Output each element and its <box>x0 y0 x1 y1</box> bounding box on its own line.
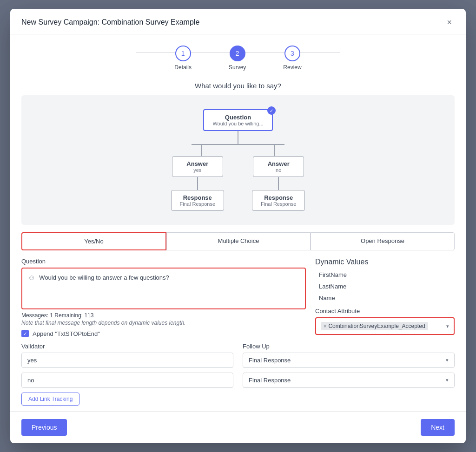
response-no-sub: Final Response <box>261 201 296 207</box>
append-checkbox[interactable]: ✓ <box>21 330 29 337</box>
tab-row: Yes/No Multiple Choice Open Response <box>21 232 455 250</box>
question-node: ✓ Question Would you be willing... <box>203 109 272 131</box>
connector-v-yes <box>197 177 198 190</box>
validator-section: Validator <box>21 343 233 388</box>
step-1-circle: 1 <box>175 46 191 61</box>
step-3-label: Review <box>283 64 301 71</box>
validator-label: Validator <box>21 343 233 350</box>
attr-value: CombinationSurveyExample_Accepted <box>328 323 425 329</box>
step-2-label: Survey <box>229 64 246 71</box>
response-no-title: Response <box>261 194 296 201</box>
close-button[interactable]: × <box>444 17 455 27</box>
check-badge: ✓ <box>267 106 276 115</box>
append-row: ✓ Append "TxtSTOPtoEnd" <box>21 330 306 337</box>
response-no-node: Response Final Response <box>252 190 305 211</box>
messages-note: Note that final message length depends o… <box>21 320 306 326</box>
step-details: 1 Details <box>174 46 192 71</box>
contact-attr-select[interactable]: × CombinationSurveyExample_Accepted ▾ <box>315 317 455 335</box>
connector-v-top <box>238 131 238 144</box>
modal-header: New Survey Campaign: Combination Survey … <box>10 9 466 34</box>
question-node-title: Question <box>212 114 263 121</box>
answer-yes-sub: yes <box>181 167 214 173</box>
chevron-down-fu2-icon: ▾ <box>446 377 449 383</box>
validator-field-yes[interactable] <box>21 353 233 368</box>
attr-remove-icon[interactable]: × <box>324 323 326 329</box>
steps-bar: 1 Details 2 Survey 3 Review <box>10 34 466 78</box>
contact-attr-label: Contact Attribute <box>315 308 455 314</box>
answer-yes-node: Answer yes <box>172 156 223 177</box>
attr-tag: × CombinationSurveyExample_Accepted <box>321 322 428 330</box>
dv-firstname[interactable]: FirstName <box>315 269 455 281</box>
question-section: Question ☺ Would you be willing to answe… <box>21 258 306 337</box>
dv-lastname[interactable]: LastName <box>315 281 455 292</box>
answer-yes-title: Answer <box>181 160 214 167</box>
follow-up-value-1: Final Response <box>249 357 291 364</box>
tab-open-response[interactable]: Open Response <box>311 232 455 250</box>
answer-no-sub: no <box>262 167 295 173</box>
validator-field-no[interactable] <box>21 373 233 388</box>
question-node-sub: Would you be willing... <box>212 121 263 126</box>
response-yes-node: Response Final Response <box>171 190 224 211</box>
two-col-layout: Question ☺ Would you be willing to answe… <box>21 258 455 337</box>
tab-yes-no[interactable]: Yes/No <box>21 232 166 250</box>
modal-overlay: New Survey Campaign: Combination Survey … <box>0 0 476 452</box>
previous-button[interactable]: Previous <box>21 419 67 436</box>
next-button[interactable]: Next <box>421 419 455 436</box>
connector-v-no <box>278 177 279 190</box>
answer-no-node: Answer no <box>253 156 304 177</box>
flowchart-area: ✓ Question Would you be willing... An <box>21 95 455 225</box>
modal: New Survey Campaign: Combination Survey … <box>10 9 466 443</box>
step-survey: 2 Survey <box>229 46 246 71</box>
modal-title: New Survey Campaign: Combination Survey … <box>21 18 199 26</box>
append-label: Append "TxtSTOPtoEnd" <box>33 330 100 337</box>
content-section: Question ☺ Would you be willing to answe… <box>10 250 466 411</box>
follow-up-label: Follow Up <box>243 343 455 350</box>
answer-no-title: Answer <box>262 160 295 167</box>
question-label: Question <box>21 258 306 265</box>
question-text: Would you be willing to answer a few que… <box>39 273 169 282</box>
step-review: 3 Review <box>283 46 301 71</box>
bottom-grid: Validator Follow Up Final Response ▾ <box>21 343 455 388</box>
response-yes-title: Response <box>180 194 215 201</box>
follow-up-section: Follow Up Final Response ▾ Final Respons… <box>243 343 455 388</box>
dynamic-values-title: Dynamic Values <box>315 258 455 266</box>
follow-up-value-2: Final Response <box>249 377 291 384</box>
response-yes-sub: Final Response <box>180 201 215 207</box>
section-title: What would you like to say? <box>10 78 466 95</box>
chevron-down-fu1-icon: ▾ <box>446 357 449 363</box>
step-2-circle: 2 <box>230 46 245 61</box>
messages-info: Messages: 1 Remaining: 113 <box>21 312 306 319</box>
step-1-label: Details <box>174 64 192 71</box>
dv-name[interactable]: Name <box>315 292 455 304</box>
step-3-circle: 3 <box>284 46 300 61</box>
modal-footer: Previous Next <box>10 411 466 443</box>
smile-icon: ☺ <box>28 274 35 282</box>
question-textarea-wrap[interactable]: ☺ Would you be willing to answer a few q… <box>21 268 306 309</box>
add-link-tracking-button[interactable]: Add Link Tracking <box>21 393 79 406</box>
chevron-down-icon: ▾ <box>446 323 449 329</box>
follow-up-select-2[interactable]: Final Response ▾ <box>243 373 455 388</box>
follow-up-select-1[interactable]: Final Response ▾ <box>243 353 455 368</box>
tab-multiple-choice[interactable]: Multiple Choice <box>166 232 311 250</box>
right-panel: Dynamic Values FirstName LastName Name C… <box>315 258 455 337</box>
